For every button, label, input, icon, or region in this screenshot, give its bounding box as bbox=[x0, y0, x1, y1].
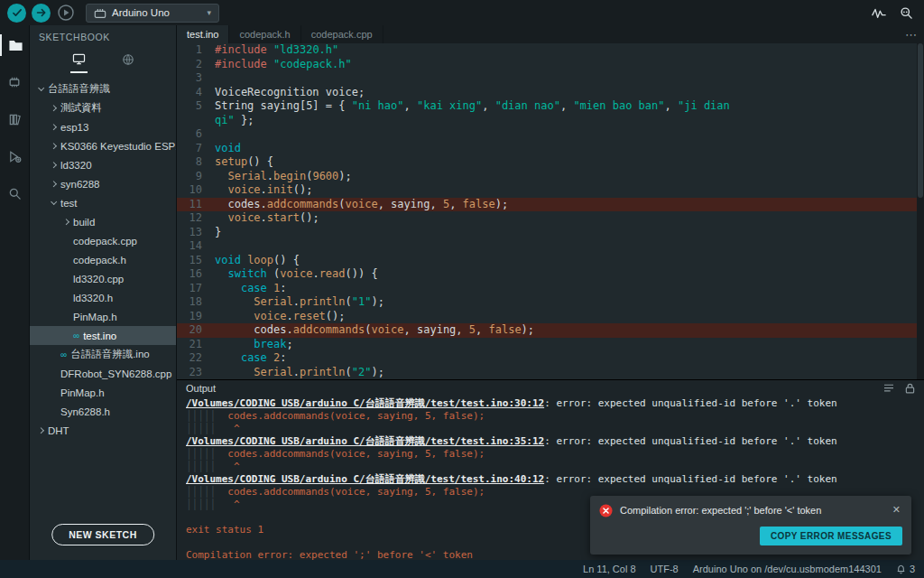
verify-button[interactable] bbox=[7, 4, 26, 23]
code-line[interactable]: 23 Serial.println("2"); bbox=[177, 366, 917, 380]
notifications-count: 3 bbox=[910, 564, 915, 574]
tab-codepack.h[interactable]: codepack.h bbox=[229, 25, 300, 43]
sidebar-item-debugger[interactable] bbox=[0, 145, 30, 167]
tree-item[interactable]: PinMap.h bbox=[30, 383, 176, 402]
tab-local-sketchbook[interactable] bbox=[70, 50, 88, 73]
debugger-icon bbox=[8, 150, 22, 163]
activity-bar bbox=[0, 25, 30, 560]
verify-icon bbox=[12, 7, 23, 18]
code-line[interactable]: 22 case 2: bbox=[177, 351, 917, 366]
board-icon bbox=[94, 7, 106, 19]
board-selector[interactable]: Arduino Uno ▾ bbox=[86, 4, 219, 23]
tree-item[interactable]: 測試資料 bbox=[30, 98, 176, 117]
tab-test.ino[interactable]: test.ino bbox=[177, 25, 229, 43]
sketch-icon: ∞ bbox=[73, 331, 79, 340]
output-line: │││││ ^ bbox=[186, 423, 924, 435]
copy-error-messages-button[interactable]: COPY ERROR MESSAGES bbox=[760, 527, 902, 545]
close-icon[interactable]: ✕ bbox=[891, 504, 902, 516]
tree-item[interactable]: ∞台語語音辨識.ino bbox=[30, 345, 176, 364]
chevron-down-icon: ▾ bbox=[207, 8, 211, 17]
code-line[interactable]: 8setup() { bbox=[177, 155, 917, 170]
tree-item[interactable]: syn6288 bbox=[30, 174, 176, 193]
chevron-right-icon bbox=[48, 182, 60, 186]
editor-scrollbar[interactable] bbox=[917, 43, 924, 379]
serial-plotter-icon bbox=[872, 6, 886, 19]
tree-item[interactable]: codepack.h bbox=[30, 250, 176, 269]
tree-item[interactable]: KS0366 Keyestudio ESP1... bbox=[30, 136, 176, 155]
code-line[interactable]: 1#include "ld3320.h" bbox=[177, 43, 917, 58]
scroll-lock-icon[interactable] bbox=[905, 383, 915, 394]
editor-area: test.inocodepack.hcodepack.cpp ⋯ 1#inclu… bbox=[177, 25, 924, 560]
code-line[interactable]: 6 bbox=[177, 127, 917, 142]
tree-item[interactable]: codepack.cpp bbox=[30, 231, 176, 250]
editor-tab-bar: test.inocodepack.hcodepack.cpp ⋯ bbox=[177, 25, 924, 43]
code-line[interactable]: 15void loop() { bbox=[177, 254, 917, 268]
debug-button[interactable] bbox=[56, 4, 75, 23]
code-line[interactable]: 13} bbox=[177, 226, 917, 240]
code-line[interactable]: 16 switch (voice.read()) { bbox=[177, 267, 917, 282]
error-circle-icon bbox=[599, 504, 613, 517]
local-sketchbook-icon bbox=[72, 53, 86, 65]
tree-item[interactable]: esp13 bbox=[30, 117, 176, 136]
notifications-badge[interactable]: 3 bbox=[896, 564, 915, 574]
tree-item[interactable]: test bbox=[30, 193, 176, 212]
sketchbook-tree: 台語語音辨識測試資料esp13KS0366 Keyestudio ESP1...… bbox=[30, 79, 176, 506]
sidebar-item-boards-manager[interactable] bbox=[0, 71, 30, 93]
upload-button[interactable] bbox=[32, 4, 51, 23]
sidebar-item-sketchbook[interactable] bbox=[0, 34, 30, 56]
clear-output-icon[interactable] bbox=[883, 384, 894, 393]
code-line[interactable]: 2#include "codepack.h" bbox=[177, 58, 917, 72]
tree-item[interactable]: Syn6288.h bbox=[30, 402, 176, 421]
tree-item[interactable]: build bbox=[30, 212, 176, 231]
serial-monitor-button[interactable] bbox=[895, 2, 917, 23]
more-actions-icon[interactable]: ⋯ bbox=[905, 25, 917, 43]
tree-item[interactable]: ld3320.cpp bbox=[30, 269, 176, 288]
code-line[interactable]: 10 voice.init(); bbox=[177, 183, 917, 198]
sketch-icon: ∞ bbox=[60, 350, 67, 359]
code-line[interactable]: qi" }; bbox=[177, 114, 917, 128]
output-line: /Volumes/CODING USB/arduino C/台語語音辨識/tes… bbox=[186, 435, 924, 448]
tree-item[interactable]: ld3320 bbox=[30, 155, 176, 174]
cursor-position[interactable]: Ln 11, Col 8 bbox=[583, 564, 636, 574]
encoding[interactable]: UTF-8 bbox=[651, 564, 679, 574]
tab-cloud-sketchbook[interactable] bbox=[120, 51, 136, 72]
board-port-status[interactable]: Arduino Uno on /dev/cu.usbmodem144301 bbox=[693, 564, 882, 574]
code-line[interactable]: 14 bbox=[177, 239, 917, 254]
chevron-right-icon bbox=[48, 106, 60, 110]
tree-item[interactable]: ∞test.ino bbox=[30, 326, 176, 345]
output-line: │││││ codes.addcommands(voice, saying, 5… bbox=[186, 410, 924, 423]
code-line[interactable]: 18 Serial.println("1"); bbox=[177, 295, 917, 310]
tab-codepack.cpp[interactable]: codepack.cpp bbox=[301, 25, 383, 43]
code-line[interactable]: 17 case 1: bbox=[177, 282, 917, 296]
sidebar-item-library-manager[interactable] bbox=[0, 108, 30, 130]
new-sketch-button[interactable]: NEW SKETCH bbox=[51, 524, 154, 545]
serial-plotter-button[interactable] bbox=[868, 2, 890, 23]
serial-monitor-icon bbox=[900, 6, 913, 20]
output-header: Output bbox=[177, 380, 924, 396]
code-line[interactable]: 5String saying[5] = { "ni hao", "kai xin… bbox=[177, 99, 917, 114]
library-manager-icon bbox=[8, 113, 22, 126]
code-line[interactable]: 7void bbox=[177, 142, 917, 156]
code-line[interactable]: 21 break; bbox=[177, 338, 917, 352]
scrollbar-thumb[interactable] bbox=[918, 43, 923, 198]
sidebar-item-search[interactable] bbox=[0, 182, 30, 204]
tree-item[interactable]: PinMap.h bbox=[30, 307, 176, 326]
debug-icon bbox=[57, 4, 75, 22]
code-line[interactable]: 11 codes.addcommands(voice, saying, 5, f… bbox=[177, 198, 917, 212]
chevron-right-icon bbox=[48, 144, 60, 148]
chevron-right-icon bbox=[48, 163, 60, 167]
tree-item[interactable]: ld3320.h bbox=[30, 288, 176, 307]
code-line[interactable]: 3 bbox=[177, 71, 917, 86]
output-line: │││││ ^ bbox=[186, 461, 924, 473]
chevron-down-icon bbox=[48, 201, 60, 204]
tree-item[interactable]: 台語語音辨識 bbox=[30, 79, 176, 98]
code-line[interactable]: 4VoiceRecognition voice; bbox=[177, 86, 917, 100]
code-line[interactable]: 20 codes.addcommands(voice, saying, 5, f… bbox=[177, 323, 917, 338]
tree-item[interactable]: DHT bbox=[30, 421, 176, 440]
code-line[interactable]: 12 voice.start(); bbox=[177, 211, 917, 226]
output-line: │││││ codes.addcommands(voice, saying, 5… bbox=[186, 448, 924, 461]
code-line[interactable]: 9 Serial.begin(9600); bbox=[177, 170, 917, 184]
tree-item[interactable]: DFRobot_SYN6288.cpp bbox=[30, 364, 176, 383]
chevron-right-icon bbox=[48, 125, 60, 129]
code-line[interactable]: 19 voice.reset(); bbox=[177, 310, 917, 324]
